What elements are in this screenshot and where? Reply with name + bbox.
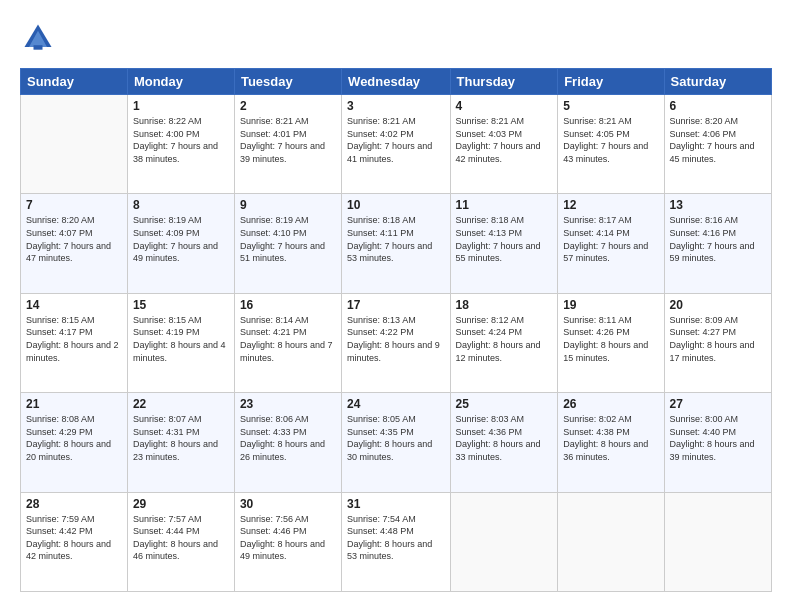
day-info: Sunrise: 8:03 AMSunset: 4:36 PMDaylight:…	[456, 413, 553, 463]
day-number: 26	[563, 397, 658, 411]
day-info: Sunrise: 8:13 AMSunset: 4:22 PMDaylight:…	[347, 314, 444, 364]
calendar-cell	[664, 492, 771, 591]
calendar-cell: 5Sunrise: 8:21 AMSunset: 4:05 PMDaylight…	[558, 95, 664, 194]
calendar-cell: 17Sunrise: 8:13 AMSunset: 4:22 PMDayligh…	[342, 293, 450, 392]
calendar-cell: 26Sunrise: 8:02 AMSunset: 4:38 PMDayligh…	[558, 393, 664, 492]
calendar-cell: 22Sunrise: 8:07 AMSunset: 4:31 PMDayligh…	[127, 393, 234, 492]
weekday-header-tuesday: Tuesday	[234, 69, 341, 95]
day-number: 30	[240, 497, 336, 511]
calendar-cell: 3Sunrise: 8:21 AMSunset: 4:02 PMDaylight…	[342, 95, 450, 194]
day-info: Sunrise: 8:20 AMSunset: 4:07 PMDaylight:…	[26, 214, 122, 264]
day-number: 22	[133, 397, 229, 411]
day-info: Sunrise: 8:12 AMSunset: 4:24 PMDaylight:…	[456, 314, 553, 364]
day-number: 3	[347, 99, 444, 113]
calendar-cell: 23Sunrise: 8:06 AMSunset: 4:33 PMDayligh…	[234, 393, 341, 492]
day-info: Sunrise: 8:21 AMSunset: 4:03 PMDaylight:…	[456, 115, 553, 165]
calendar-cell: 11Sunrise: 8:18 AMSunset: 4:13 PMDayligh…	[450, 194, 558, 293]
calendar-cell: 28Sunrise: 7:59 AMSunset: 4:42 PMDayligh…	[21, 492, 128, 591]
week-row-2: 7Sunrise: 8:20 AMSunset: 4:07 PMDaylight…	[21, 194, 772, 293]
weekday-header-monday: Monday	[127, 69, 234, 95]
day-info: Sunrise: 8:07 AMSunset: 4:31 PMDaylight:…	[133, 413, 229, 463]
day-number: 21	[26, 397, 122, 411]
calendar-cell: 12Sunrise: 8:17 AMSunset: 4:14 PMDayligh…	[558, 194, 664, 293]
day-info: Sunrise: 8:18 AMSunset: 4:11 PMDaylight:…	[347, 214, 444, 264]
day-info: Sunrise: 8:08 AMSunset: 4:29 PMDaylight:…	[26, 413, 122, 463]
calendar-cell: 29Sunrise: 7:57 AMSunset: 4:44 PMDayligh…	[127, 492, 234, 591]
calendar-cell: 18Sunrise: 8:12 AMSunset: 4:24 PMDayligh…	[450, 293, 558, 392]
calendar-cell: 8Sunrise: 8:19 AMSunset: 4:09 PMDaylight…	[127, 194, 234, 293]
day-number: 8	[133, 198, 229, 212]
calendar-body: 1Sunrise: 8:22 AMSunset: 4:00 PMDaylight…	[21, 95, 772, 592]
calendar-cell: 25Sunrise: 8:03 AMSunset: 4:36 PMDayligh…	[450, 393, 558, 492]
logo	[20, 20, 60, 56]
day-number: 23	[240, 397, 336, 411]
week-row-4: 21Sunrise: 8:08 AMSunset: 4:29 PMDayligh…	[21, 393, 772, 492]
day-number: 31	[347, 497, 444, 511]
day-info: Sunrise: 7:59 AMSunset: 4:42 PMDaylight:…	[26, 513, 122, 563]
day-number: 6	[670, 99, 766, 113]
week-row-3: 14Sunrise: 8:15 AMSunset: 4:17 PMDayligh…	[21, 293, 772, 392]
day-number: 13	[670, 198, 766, 212]
day-info: Sunrise: 8:15 AMSunset: 4:19 PMDaylight:…	[133, 314, 229, 364]
calendar-cell	[450, 492, 558, 591]
day-info: Sunrise: 8:19 AMSunset: 4:10 PMDaylight:…	[240, 214, 336, 264]
day-number: 2	[240, 99, 336, 113]
calendar-cell: 2Sunrise: 8:21 AMSunset: 4:01 PMDaylight…	[234, 95, 341, 194]
day-info: Sunrise: 8:11 AMSunset: 4:26 PMDaylight:…	[563, 314, 658, 364]
week-row-5: 28Sunrise: 7:59 AMSunset: 4:42 PMDayligh…	[21, 492, 772, 591]
day-number: 14	[26, 298, 122, 312]
calendar-header: SundayMondayTuesdayWednesdayThursdayFrid…	[21, 69, 772, 95]
day-number: 20	[670, 298, 766, 312]
day-info: Sunrise: 8:02 AMSunset: 4:38 PMDaylight:…	[563, 413, 658, 463]
day-info: Sunrise: 8:21 AMSunset: 4:05 PMDaylight:…	[563, 115, 658, 165]
calendar-cell: 6Sunrise: 8:20 AMSunset: 4:06 PMDaylight…	[664, 95, 771, 194]
weekday-header-wednesday: Wednesday	[342, 69, 450, 95]
day-number: 1	[133, 99, 229, 113]
day-number: 16	[240, 298, 336, 312]
day-number: 7	[26, 198, 122, 212]
day-number: 12	[563, 198, 658, 212]
day-info: Sunrise: 8:19 AMSunset: 4:09 PMDaylight:…	[133, 214, 229, 264]
day-info: Sunrise: 7:56 AMSunset: 4:46 PMDaylight:…	[240, 513, 336, 563]
day-number: 28	[26, 497, 122, 511]
day-number: 10	[347, 198, 444, 212]
day-info: Sunrise: 8:22 AMSunset: 4:00 PMDaylight:…	[133, 115, 229, 165]
day-number: 24	[347, 397, 444, 411]
day-number: 9	[240, 198, 336, 212]
weekday-header-sunday: Sunday	[21, 69, 128, 95]
day-info: Sunrise: 8:00 AMSunset: 4:40 PMDaylight:…	[670, 413, 766, 463]
calendar-cell: 19Sunrise: 8:11 AMSunset: 4:26 PMDayligh…	[558, 293, 664, 392]
calendar-cell: 15Sunrise: 8:15 AMSunset: 4:19 PMDayligh…	[127, 293, 234, 392]
calendar-cell: 24Sunrise: 8:05 AMSunset: 4:35 PMDayligh…	[342, 393, 450, 492]
calendar-cell: 20Sunrise: 8:09 AMSunset: 4:27 PMDayligh…	[664, 293, 771, 392]
calendar-cell	[558, 492, 664, 591]
calendar-cell: 31Sunrise: 7:54 AMSunset: 4:48 PMDayligh…	[342, 492, 450, 591]
day-number: 11	[456, 198, 553, 212]
calendar-cell: 21Sunrise: 8:08 AMSunset: 4:29 PMDayligh…	[21, 393, 128, 492]
day-info: Sunrise: 8:21 AMSunset: 4:01 PMDaylight:…	[240, 115, 336, 165]
logo-icon	[20, 20, 56, 56]
day-info: Sunrise: 8:21 AMSunset: 4:02 PMDaylight:…	[347, 115, 444, 165]
day-info: Sunrise: 8:15 AMSunset: 4:17 PMDaylight:…	[26, 314, 122, 364]
day-info: Sunrise: 8:17 AMSunset: 4:14 PMDaylight:…	[563, 214, 658, 264]
calendar-cell	[21, 95, 128, 194]
calendar-cell: 9Sunrise: 8:19 AMSunset: 4:10 PMDaylight…	[234, 194, 341, 293]
day-number: 25	[456, 397, 553, 411]
day-number: 18	[456, 298, 553, 312]
day-number: 29	[133, 497, 229, 511]
day-info: Sunrise: 8:20 AMSunset: 4:06 PMDaylight:…	[670, 115, 766, 165]
calendar-cell: 7Sunrise: 8:20 AMSunset: 4:07 PMDaylight…	[21, 194, 128, 293]
calendar-cell: 4Sunrise: 8:21 AMSunset: 4:03 PMDaylight…	[450, 95, 558, 194]
calendar-cell: 1Sunrise: 8:22 AMSunset: 4:00 PMDaylight…	[127, 95, 234, 194]
day-number: 17	[347, 298, 444, 312]
day-info: Sunrise: 8:05 AMSunset: 4:35 PMDaylight:…	[347, 413, 444, 463]
page: SundayMondayTuesdayWednesdayThursdayFrid…	[0, 0, 792, 612]
calendar: SundayMondayTuesdayWednesdayThursdayFrid…	[20, 68, 772, 592]
calendar-cell: 13Sunrise: 8:16 AMSunset: 4:16 PMDayligh…	[664, 194, 771, 293]
day-info: Sunrise: 8:14 AMSunset: 4:21 PMDaylight:…	[240, 314, 336, 364]
svg-rect-2	[34, 45, 43, 50]
weekday-header-friday: Friday	[558, 69, 664, 95]
day-info: Sunrise: 8:09 AMSunset: 4:27 PMDaylight:…	[670, 314, 766, 364]
day-number: 19	[563, 298, 658, 312]
day-info: Sunrise: 7:54 AMSunset: 4:48 PMDaylight:…	[347, 513, 444, 563]
